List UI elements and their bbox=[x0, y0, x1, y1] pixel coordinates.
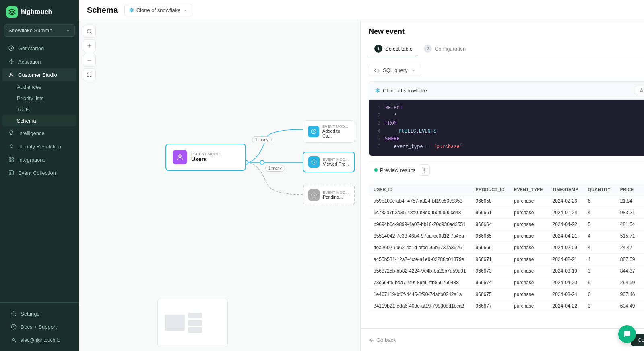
table-row: ffea2602-6b62-4a1d-afad-95b5731a36269666… bbox=[369, 242, 644, 254]
panel-content: SQL query ❄ Clone of snowflake Beautify bbox=[361, 57, 644, 328]
sql-query-selector[interactable]: SQL query bbox=[369, 64, 421, 76]
search-canvas-btn[interactable] bbox=[83, 25, 96, 38]
sidebar-sub-schema[interactable]: Schema bbox=[2, 115, 76, 126]
intelligence-icon bbox=[8, 130, 14, 136]
svg-rect-5 bbox=[12, 160, 13, 162]
svg-point-1 bbox=[10, 73, 12, 75]
schema-canvas: PARENT MODEL Users 1:many 1:many EVENT M… bbox=[79, 21, 361, 351]
main-area: Schema ❄ Clone of snowflake Exit bbox=[79, 0, 644, 351]
parent-model-node[interactable]: PARENT MODEL Users bbox=[165, 144, 246, 171]
event-node-3-icon bbox=[308, 189, 320, 201]
preview-settings-btn[interactable] bbox=[419, 164, 430, 176]
event-node-3-name: Pending... bbox=[323, 195, 349, 199]
zoom-out-btn[interactable] bbox=[83, 54, 96, 67]
event-node-2-icon bbox=[308, 156, 320, 168]
fit-view-btn[interactable] bbox=[83, 68, 96, 81]
chat-bubble[interactable] bbox=[618, 325, 636, 343]
col-price: PRICE bbox=[615, 184, 640, 195]
code-editor[interactable]: 1SELECT 2 * 3FROM 4 PUBLIC.EVENTS 5WHERE… bbox=[369, 100, 644, 156]
event-node-2[interactable]: EVENT MOD... Viewed Pro... bbox=[303, 152, 355, 172]
event-collection-icon bbox=[8, 170, 14, 176]
svg-rect-2 bbox=[9, 158, 11, 159]
source-card-title: ❄ Clone of snowflake bbox=[375, 87, 427, 94]
preview-results-label: Preview results bbox=[380, 167, 415, 173]
table-row: a59b100c-ab4f-4757-ad24-bf19c50c83539666… bbox=[369, 195, 644, 207]
col-product-id: PRODUCT_ID bbox=[471, 184, 510, 195]
svg-point-18 bbox=[424, 170, 425, 171]
snowflake-icon: ❄ bbox=[129, 6, 134, 14]
logo-icon bbox=[6, 6, 18, 18]
table-row: 34119b21-eda6-40de-af19-79830dd1bca39666… bbox=[369, 300, 644, 312]
relation-label-1: 1:many bbox=[252, 136, 272, 143]
source-selector[interactable]: ❄ Clone of snowflake bbox=[124, 4, 192, 16]
sidebar-item-settings[interactable]: Settings bbox=[5, 307, 74, 320]
sidebar-item-customer-studio[interactable]: Customer Studio bbox=[2, 68, 76, 81]
svg-rect-3 bbox=[12, 158, 13, 159]
integrations-icon bbox=[8, 156, 14, 163]
sidebar-sub-priority-lists[interactable]: Priority lists bbox=[2, 93, 76, 104]
preview-results-button[interactable]: Preview results bbox=[374, 167, 415, 173]
traits-label: Traits bbox=[17, 107, 30, 113]
event-node-1[interactable]: EVENT MOD... Added to Ca... bbox=[303, 120, 355, 143]
user-avatar-icon bbox=[10, 337, 17, 343]
table-row: 73c694f5-bda7-4f9f-89e6-ffb8567694889666… bbox=[369, 277, 644, 289]
steps-bar: 1 Select table 2 Configuration bbox=[369, 41, 644, 57]
sidebar-sub-traits[interactable]: Traits bbox=[2, 104, 76, 115]
go-back-button[interactable]: Go back bbox=[369, 337, 396, 343]
sidebar-item-docs-support[interactable]: Docs + Support bbox=[5, 320, 74, 333]
step-2-label: Configuration bbox=[435, 46, 466, 52]
event-node-1-name: Added to Ca... bbox=[322, 129, 350, 138]
sidebar-item-identity-resolution[interactable]: Identity Resolution bbox=[2, 140, 76, 153]
svg-rect-6 bbox=[9, 171, 14, 175]
customer-studio-label: Customer Studio bbox=[18, 72, 57, 78]
sidebar-sub-audiences[interactable]: Audiences bbox=[2, 82, 76, 92]
svg-point-9 bbox=[13, 338, 15, 340]
identity-resolution-icon bbox=[8, 143, 14, 150]
minimap-node2 bbox=[188, 320, 202, 326]
settings-label: Settings bbox=[21, 311, 39, 317]
minimap-parent bbox=[165, 315, 185, 331]
get-started-icon bbox=[8, 45, 14, 51]
zoom-in-btn[interactable] bbox=[83, 39, 96, 52]
sidebar-item-activation[interactable]: Activation bbox=[2, 55, 76, 68]
event-node-2-name: Viewed Pro... bbox=[323, 162, 349, 166]
sidebar-footer: Settings Docs + Support alec@hightouch.i… bbox=[0, 302, 79, 351]
sidebar-nav: Get started Activation Customer Studio A… bbox=[0, 41, 79, 302]
sidebar-item-user[interactable]: alec@hightouch.io bbox=[5, 334, 74, 347]
sql-query-label: SQL query bbox=[383, 67, 408, 73]
table-row: d568725b-bb82-4224-9e4b-ba28b7a59a919666… bbox=[369, 265, 644, 277]
step-2[interactable]: 2 Configuration bbox=[418, 41, 471, 57]
schema-label: Schema bbox=[17, 118, 36, 124]
step-1[interactable]: 1 Select table bbox=[369, 41, 418, 57]
beautify-button[interactable]: Beautify bbox=[635, 86, 644, 95]
sidebar-item-intelligence[interactable]: Intelligence bbox=[2, 127, 76, 140]
sidebar-item-get-started[interactable]: Get started bbox=[2, 42, 76, 55]
event-node-1-label: EVENT MOD... bbox=[322, 125, 350, 129]
preview-dot bbox=[374, 168, 378, 172]
sidebar-item-event-collection[interactable]: Event Collection bbox=[2, 166, 76, 179]
source-snowflake-icon: ❄ bbox=[375, 87, 380, 94]
sidebar-item-integrations[interactable]: Integrations bbox=[2, 153, 76, 166]
minimap-node1 bbox=[188, 313, 202, 318]
new-event-title: New event bbox=[369, 27, 644, 36]
event-node-1-icon bbox=[308, 126, 319, 137]
source-name: Clone of snowflake bbox=[136, 7, 181, 13]
identity-resolution-label: Identity Resolution bbox=[18, 144, 61, 150]
integrations-label: Integrations bbox=[18, 157, 45, 163]
table-row: 85514042-7c38-46b4-97ba-ec6812f7b4ea9666… bbox=[369, 230, 644, 242]
preview-bar: Preview results bbox=[369, 161, 644, 179]
step-2-number: 2 bbox=[424, 45, 432, 53]
docs-support-label: Docs + Support bbox=[21, 324, 57, 330]
audiences-label: Audiences bbox=[17, 84, 41, 90]
workspace-selector[interactable]: Snowflake Summit bbox=[4, 24, 75, 37]
parent-model-name: Users bbox=[191, 156, 222, 162]
minimap-node3 bbox=[188, 327, 202, 333]
user-label: alec@hightouch.io bbox=[21, 337, 60, 343]
table-row: a455b531-12a7-4cfe-a1e9-02288b01379e9666… bbox=[369, 254, 644, 265]
table-row: b9694b0c-9899-4a07-bb10-20d930ad35519666… bbox=[369, 219, 644, 230]
new-event-header: New event 1 Select table 2 Configuration bbox=[361, 21, 644, 57]
event-node-3[interactable]: EVENT MOD... Pending... bbox=[303, 185, 355, 205]
event-collection-label: Event Collection bbox=[18, 170, 56, 176]
priority-lists-label: Priority lists bbox=[17, 95, 43, 101]
relation-label-2: 1:many bbox=[265, 165, 285, 172]
